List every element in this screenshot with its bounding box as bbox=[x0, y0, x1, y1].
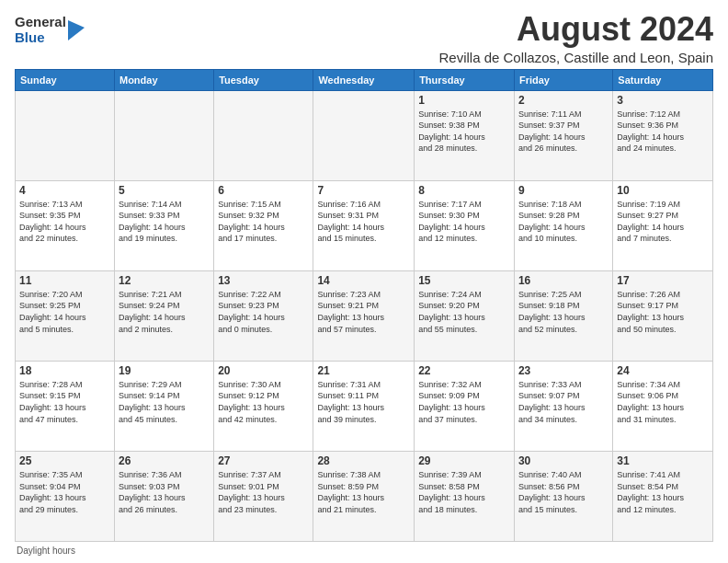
day-info: Sunrise: 7:37 AM Sunset: 9:01 PM Dayligh… bbox=[218, 469, 309, 515]
day-number: 16 bbox=[518, 274, 609, 287]
day-info: Sunrise: 7:22 AM Sunset: 9:23 PM Dayligh… bbox=[218, 289, 309, 335]
day-number: 17 bbox=[617, 274, 709, 287]
day-info: Sunrise: 7:34 AM Sunset: 9:06 PM Dayligh… bbox=[617, 379, 709, 425]
page: General Blue August 2024 Revilla de Coll… bbox=[0, 0, 728, 563]
day-info: Sunrise: 7:41 AM Sunset: 8:54 PM Dayligh… bbox=[617, 469, 709, 515]
day-number: 2 bbox=[518, 94, 609, 107]
day-info: Sunrise: 7:19 AM Sunset: 9:27 PM Dayligh… bbox=[617, 199, 709, 245]
calendar-table: Sunday Monday Tuesday Wednesday Thursday… bbox=[15, 69, 713, 542]
day-number: 12 bbox=[119, 274, 210, 287]
header: General Blue August 2024 Revilla de Coll… bbox=[15, 11, 713, 65]
day-info: Sunrise: 7:40 AM Sunset: 8:56 PM Dayligh… bbox=[518, 469, 609, 515]
col-wednesday: Wednesday bbox=[313, 69, 415, 90]
day-info: Sunrise: 7:35 AM Sunset: 9:04 PM Dayligh… bbox=[19, 469, 110, 515]
calendar-cell: 19Sunrise: 7:29 AM Sunset: 9:14 PM Dayli… bbox=[114, 361, 213, 451]
main-title: August 2024 bbox=[438, 11, 713, 48]
day-info: Sunrise: 7:39 AM Sunset: 8:58 PM Dayligh… bbox=[418, 469, 510, 515]
logo-general: General bbox=[15, 15, 66, 30]
day-info: Sunrise: 7:30 AM Sunset: 9:12 PM Dayligh… bbox=[218, 379, 309, 425]
calendar-week-1: 1Sunrise: 7:10 AM Sunset: 9:38 PM Daylig… bbox=[16, 90, 713, 180]
col-monday: Monday bbox=[114, 69, 213, 90]
day-number: 9 bbox=[518, 184, 609, 197]
day-number: 30 bbox=[518, 454, 609, 467]
day-number: 14 bbox=[317, 274, 410, 287]
day-number: 26 bbox=[119, 454, 210, 467]
col-sunday: Sunday bbox=[16, 69, 115, 90]
logo-text: General Blue bbox=[15, 15, 66, 45]
calendar-cell: 3Sunrise: 7:12 AM Sunset: 9:36 PM Daylig… bbox=[613, 90, 713, 180]
calendar-header: Sunday Monday Tuesday Wednesday Thursday… bbox=[16, 69, 713, 90]
day-info: Sunrise: 7:32 AM Sunset: 9:09 PM Dayligh… bbox=[418, 379, 510, 425]
day-number: 7 bbox=[317, 184, 410, 197]
calendar-week-4: 18Sunrise: 7:28 AM Sunset: 9:15 PM Dayli… bbox=[16, 361, 713, 451]
calendar-body: 1Sunrise: 7:10 AM Sunset: 9:38 PM Daylig… bbox=[16, 90, 713, 541]
calendar-cell: 10Sunrise: 7:19 AM Sunset: 9:27 PM Dayli… bbox=[613, 180, 713, 270]
day-number: 18 bbox=[19, 364, 110, 377]
calendar-cell: 7Sunrise: 7:16 AM Sunset: 9:31 PM Daylig… bbox=[313, 180, 415, 270]
day-number: 15 bbox=[418, 274, 510, 287]
calendar-cell: 5Sunrise: 7:14 AM Sunset: 9:33 PM Daylig… bbox=[114, 180, 213, 270]
col-tuesday: Tuesday bbox=[214, 69, 313, 90]
day-number: 5 bbox=[119, 184, 210, 197]
day-number: 8 bbox=[418, 184, 510, 197]
day-number: 25 bbox=[19, 454, 110, 467]
calendar-cell bbox=[313, 90, 415, 180]
calendar-cell: 11Sunrise: 7:20 AM Sunset: 9:25 PM Dayli… bbox=[16, 270, 115, 361]
calendar-cell: 21Sunrise: 7:31 AM Sunset: 9:11 PM Dayli… bbox=[313, 361, 415, 451]
day-info: Sunrise: 7:29 AM Sunset: 9:14 PM Dayligh… bbox=[119, 379, 210, 425]
calendar-cell: 8Sunrise: 7:17 AM Sunset: 9:30 PM Daylig… bbox=[415, 180, 515, 270]
calendar-cell: 1Sunrise: 7:10 AM Sunset: 9:38 PM Daylig… bbox=[415, 90, 515, 180]
day-info: Sunrise: 7:10 AM Sunset: 9:38 PM Dayligh… bbox=[418, 109, 510, 155]
day-number: 24 bbox=[617, 364, 709, 377]
day-number: 20 bbox=[218, 364, 309, 377]
day-info: Sunrise: 7:15 AM Sunset: 9:32 PM Dayligh… bbox=[218, 199, 309, 245]
day-number: 6 bbox=[218, 184, 309, 197]
logo: General Blue bbox=[15, 15, 85, 45]
day-number: 31 bbox=[617, 454, 709, 467]
calendar-cell: 25Sunrise: 7:35 AM Sunset: 9:04 PM Dayli… bbox=[16, 451, 115, 541]
day-info: Sunrise: 7:12 AM Sunset: 9:36 PM Dayligh… bbox=[617, 109, 709, 155]
calendar-cell: 16Sunrise: 7:25 AM Sunset: 9:18 PM Dayli… bbox=[514, 270, 612, 361]
calendar-cell: 20Sunrise: 7:30 AM Sunset: 9:12 PM Dayli… bbox=[214, 361, 313, 451]
col-thursday: Thursday bbox=[415, 69, 515, 90]
day-info: Sunrise: 7:24 AM Sunset: 9:20 PM Dayligh… bbox=[418, 289, 510, 335]
day-number: 3 bbox=[617, 94, 709, 107]
day-number: 11 bbox=[19, 274, 110, 287]
calendar-week-2: 4Sunrise: 7:13 AM Sunset: 9:35 PM Daylig… bbox=[16, 180, 713, 270]
day-info: Sunrise: 7:14 AM Sunset: 9:33 PM Dayligh… bbox=[119, 199, 210, 245]
day-info: Sunrise: 7:36 AM Sunset: 9:03 PM Dayligh… bbox=[119, 469, 210, 515]
calendar-week-5: 25Sunrise: 7:35 AM Sunset: 9:04 PM Dayli… bbox=[16, 451, 713, 541]
subtitle: Revilla de Collazos, Castille and Leon, … bbox=[438, 50, 713, 65]
day-info: Sunrise: 7:33 AM Sunset: 9:07 PM Dayligh… bbox=[518, 379, 609, 425]
day-number: 13 bbox=[218, 274, 309, 287]
day-info: Sunrise: 7:28 AM Sunset: 9:15 PM Dayligh… bbox=[19, 379, 110, 425]
title-block: August 2024 Revilla de Collazos, Castill… bbox=[438, 11, 713, 65]
day-info: Sunrise: 7:17 AM Sunset: 9:30 PM Dayligh… bbox=[418, 199, 510, 245]
day-info: Sunrise: 7:20 AM Sunset: 9:25 PM Dayligh… bbox=[19, 289, 110, 335]
calendar-cell: 9Sunrise: 7:18 AM Sunset: 9:28 PM Daylig… bbox=[514, 180, 612, 270]
calendar-cell: 28Sunrise: 7:38 AM Sunset: 8:59 PM Dayli… bbox=[313, 451, 415, 541]
calendar-cell: 29Sunrise: 7:39 AM Sunset: 8:58 PM Dayli… bbox=[415, 451, 515, 541]
calendar-cell: 18Sunrise: 7:28 AM Sunset: 9:15 PM Dayli… bbox=[16, 361, 115, 451]
day-number: 19 bbox=[119, 364, 210, 377]
calendar-cell: 14Sunrise: 7:23 AM Sunset: 9:21 PM Dayli… bbox=[313, 270, 415, 361]
day-number: 28 bbox=[317, 454, 410, 467]
logo-icon bbox=[68, 20, 85, 40]
header-row: Sunday Monday Tuesday Wednesday Thursday… bbox=[16, 69, 713, 90]
calendar-cell: 4Sunrise: 7:13 AM Sunset: 9:35 PM Daylig… bbox=[16, 180, 115, 270]
footer-note: Daylight hours bbox=[15, 546, 713, 556]
day-info: Sunrise: 7:11 AM Sunset: 9:37 PM Dayligh… bbox=[518, 109, 609, 155]
calendar-cell: 6Sunrise: 7:15 AM Sunset: 9:32 PM Daylig… bbox=[214, 180, 313, 270]
calendar-cell: 23Sunrise: 7:33 AM Sunset: 9:07 PM Dayli… bbox=[514, 361, 612, 451]
calendar-cell bbox=[16, 90, 115, 180]
calendar-cell: 24Sunrise: 7:34 AM Sunset: 9:06 PM Dayli… bbox=[613, 361, 713, 451]
day-number: 22 bbox=[418, 364, 510, 377]
logo-blue: Blue bbox=[15, 30, 66, 46]
calendar-cell: 27Sunrise: 7:37 AM Sunset: 9:01 PM Dayli… bbox=[214, 451, 313, 541]
col-friday: Friday bbox=[514, 69, 612, 90]
calendar-cell: 2Sunrise: 7:11 AM Sunset: 9:37 PM Daylig… bbox=[514, 90, 612, 180]
day-info: Sunrise: 7:25 AM Sunset: 9:18 PM Dayligh… bbox=[518, 289, 609, 335]
day-number: 4 bbox=[19, 184, 110, 197]
calendar-cell: 17Sunrise: 7:26 AM Sunset: 9:17 PM Dayli… bbox=[613, 270, 713, 361]
day-info: Sunrise: 7:13 AM Sunset: 9:35 PM Dayligh… bbox=[19, 199, 110, 245]
